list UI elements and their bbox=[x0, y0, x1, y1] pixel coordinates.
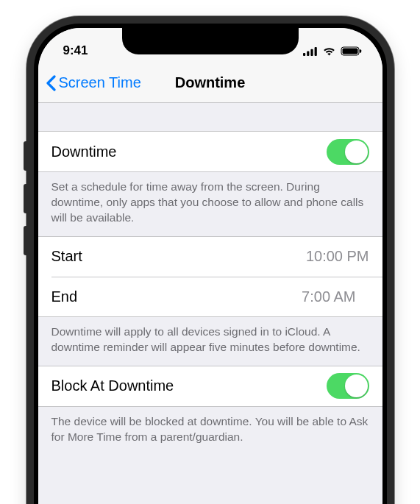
back-button[interactable]: Screen Time bbox=[38, 74, 141, 91]
battery-icon bbox=[341, 46, 362, 56]
block-label: Block At Downtime bbox=[51, 377, 174, 394]
block-section: Block At Downtime bbox=[38, 366, 382, 407]
block-footer: The device will be blocked at downtime. … bbox=[38, 407, 382, 455]
nav-bar: Screen Time Downtime bbox=[38, 63, 382, 103]
svg-rect-2 bbox=[310, 49, 313, 55]
downtime-toggle-row: Downtime bbox=[38, 132, 382, 171]
end-label: End bbox=[51, 288, 78, 305]
status-time: 9:41 bbox=[63, 43, 88, 58]
start-label: Start bbox=[51, 248, 82, 265]
schedule-section: Start 10:00 PM End 7:00 AM bbox=[38, 236, 382, 317]
start-value: 10:00 PM bbox=[306, 248, 369, 265]
spacer bbox=[38, 103, 382, 131]
svg-rect-0 bbox=[303, 53, 305, 56]
block-toggle[interactable] bbox=[327, 373, 369, 399]
back-label: Screen Time bbox=[59, 74, 141, 91]
svg-rect-6 bbox=[360, 49, 361, 53]
start-time-row[interactable]: Start 10:00 PM bbox=[38, 237, 382, 277]
block-toggle-row: Block At Downtime bbox=[38, 366, 382, 406]
downtime-description: Set a schedule for time away from the sc… bbox=[38, 172, 382, 236]
schedule-footer: Downtime will apply to all devices signe… bbox=[38, 317, 382, 366]
end-time-row[interactable]: End 7:00 AM bbox=[51, 277, 382, 316]
status-indicators bbox=[303, 46, 362, 56]
screen: 9:41 bbox=[38, 28, 382, 504]
svg-rect-3 bbox=[314, 47, 316, 56]
content: Downtime Set a schedule for time away fr… bbox=[38, 103, 382, 455]
downtime-toggle-label: Downtime bbox=[51, 143, 117, 160]
phone-frame: 9:41 bbox=[26, 16, 394, 504]
svg-rect-5 bbox=[342, 48, 357, 54]
end-value: 7:00 AM bbox=[302, 288, 369, 305]
cellular-icon bbox=[303, 46, 318, 56]
notch bbox=[122, 28, 299, 54]
downtime-toggle[interactable] bbox=[327, 139, 369, 165]
wifi-icon bbox=[322, 46, 336, 56]
chevron-left-icon bbox=[46, 75, 56, 91]
downtime-section: Downtime bbox=[38, 131, 382, 172]
svg-rect-1 bbox=[307, 51, 309, 56]
